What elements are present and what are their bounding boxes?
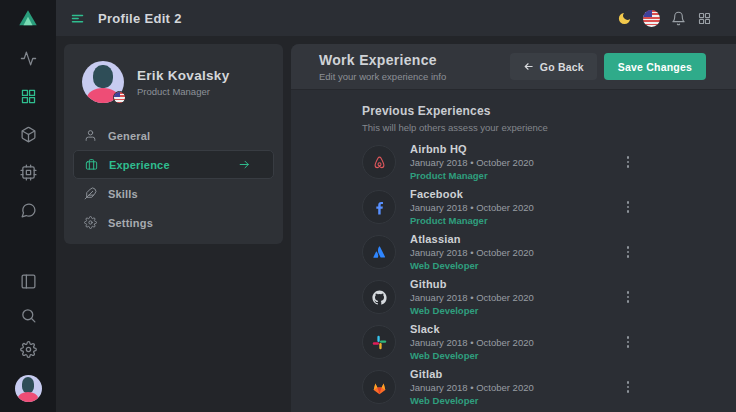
user-role: Product Manager <box>137 86 229 97</box>
panel-icon[interactable] <box>20 273 37 290</box>
profile-nav: General Experience Skills Settings <box>64 121 283 237</box>
experience-row: Airbnb HQ January 2018 • October 2020 Pr… <box>362 145 636 179</box>
company-name: Airbnb HQ <box>410 143 534 155</box>
settings-icon <box>84 216 97 229</box>
row-menu-kebab-icon[interactable] <box>620 287 636 307</box>
chat-icon[interactable] <box>20 202 37 219</box>
box-icon[interactable] <box>20 126 37 143</box>
company-name: Gitlab <box>410 368 534 380</box>
settings-icon[interactable] <box>20 341 37 358</box>
experience-role: Web Developer <box>410 260 534 271</box>
row-menu-kebab-icon[interactable] <box>620 152 636 172</box>
apps-grid-icon[interactable] <box>697 11 712 26</box>
bell-icon[interactable] <box>671 11 686 26</box>
experience-period: January 2018 • October 2020 <box>410 157 534 168</box>
dashboard-icon[interactable] <box>20 88 37 105</box>
row-menu-kebab-icon[interactable] <box>620 377 636 397</box>
experience-role: Web Developer <box>410 395 534 406</box>
cpu-icon[interactable] <box>20 164 37 181</box>
go-back-button[interactable]: Go Back <box>510 53 597 80</box>
sidebar-item-experience[interactable]: Experience <box>73 150 274 179</box>
save-changes-label: Save Changes <box>618 61 692 73</box>
experience-period: January 2018 • October 2020 <box>410 382 534 393</box>
sidebar-item-settings[interactable]: Settings <box>73 208 274 237</box>
avatar <box>82 61 124 103</box>
experience-list: Airbnb HQ January 2018 • October 2020 Pr… <box>362 145 636 404</box>
experience-period: January 2018 • October 2020 <box>410 337 534 348</box>
sidebar-item-general[interactable]: General <box>73 121 274 150</box>
experience-period: January 2018 • October 2020 <box>410 292 534 303</box>
experience-row: Facebook January 2018 • October 2020 Pro… <box>362 190 636 224</box>
company-logo <box>362 145 396 179</box>
topbar-actions <box>617 10 712 27</box>
work-experience-panel: Work Experience Edit your work experienc… <box>291 44 736 412</box>
company-name: Github <box>410 278 534 290</box>
company-logo <box>362 280 396 314</box>
profile-summary: Erik Kovalsky Product Manager <box>64 59 283 105</box>
atlassian-icon <box>371 244 388 261</box>
slack-icon <box>371 334 388 351</box>
sidebar-item-label: Experience <box>109 159 170 171</box>
sidebar-item-label: General <box>108 130 150 142</box>
panel-subtitle: Edit your work experience info <box>319 71 446 82</box>
gitlab-icon <box>371 379 388 396</box>
experience-role: Product Manager <box>410 215 534 226</box>
activity-icon[interactable] <box>20 50 37 67</box>
github-icon <box>371 289 388 306</box>
row-menu-kebab-icon[interactable] <box>620 242 636 262</box>
save-changes-button[interactable]: Save Changes <box>604 53 706 80</box>
arrow-right-icon <box>238 158 251 171</box>
page-title: Profile Edit 2 <box>98 11 182 26</box>
logo-triangle-icon <box>17 7 39 29</box>
company-name: Facebook <box>410 188 534 200</box>
experience-row: Gitlab January 2018 • October 2020 Web D… <box>362 370 636 404</box>
user-icon <box>84 129 97 142</box>
us-flag-icon[interactable] <box>643 10 660 27</box>
section-title: Previous Experiences <box>362 104 636 118</box>
facebook-icon <box>371 199 388 216</box>
company-logo <box>362 370 396 404</box>
company-logo <box>362 190 396 224</box>
panel-title: Work Experience <box>319 52 446 68</box>
experience-row: Atlassian January 2018 • October 2020 We… <box>362 235 636 269</box>
feather-icon <box>84 187 97 200</box>
experience-row: Slack January 2018 • October 2020 Web De… <box>362 325 636 359</box>
row-menu-kebab-icon[interactable] <box>620 197 636 217</box>
avatar-country-flag-icon <box>113 91 126 104</box>
app-logo[interactable] <box>0 0 56 36</box>
moon-icon[interactable] <box>617 11 632 26</box>
row-menu-kebab-icon[interactable] <box>620 332 636 352</box>
topbar: Profile Edit 2 <box>56 0 736 36</box>
company-logo <box>362 235 396 269</box>
menu-hamburger-icon[interactable] <box>70 11 85 26</box>
rail-user-avatar[interactable] <box>15 375 42 402</box>
experience-role: Web Developer <box>410 350 534 361</box>
user-name: Erik Kovalsky <box>137 68 229 83</box>
section-subtitle: This will help others assess your experi… <box>362 122 636 133</box>
rail-top-icons <box>20 50 37 219</box>
rail-bottom-icons <box>15 273 42 402</box>
sidebar-item-label: Settings <box>108 217 153 229</box>
company-name: Atlassian <box>410 233 534 245</box>
profile-card: Erik Kovalsky Product Manager General Ex… <box>64 44 283 244</box>
search-icon[interactable] <box>20 307 37 324</box>
panel-body: Previous Experiences This will help othe… <box>291 90 736 404</box>
panel-header: Work Experience Edit your work experienc… <box>291 44 736 90</box>
company-logo <box>362 325 396 359</box>
briefcase-icon <box>85 158 98 171</box>
experience-role: Web Developer <box>410 305 534 316</box>
icon-rail <box>0 0 56 412</box>
sidebar-item-label: Skills <box>108 188 138 200</box>
sidebar-item-skills[interactable]: Skills <box>73 179 274 208</box>
experience-row: Github January 2018 • October 2020 Web D… <box>362 280 636 314</box>
experience-period: January 2018 • October 2020 <box>410 202 534 213</box>
company-name: Slack <box>410 323 534 335</box>
go-back-label: Go Back <box>540 61 584 73</box>
arrow-left-icon <box>523 61 534 72</box>
airbnb-icon <box>371 154 388 171</box>
experience-role: Product Manager <box>410 170 534 181</box>
experience-period: January 2018 • October 2020 <box>410 247 534 258</box>
